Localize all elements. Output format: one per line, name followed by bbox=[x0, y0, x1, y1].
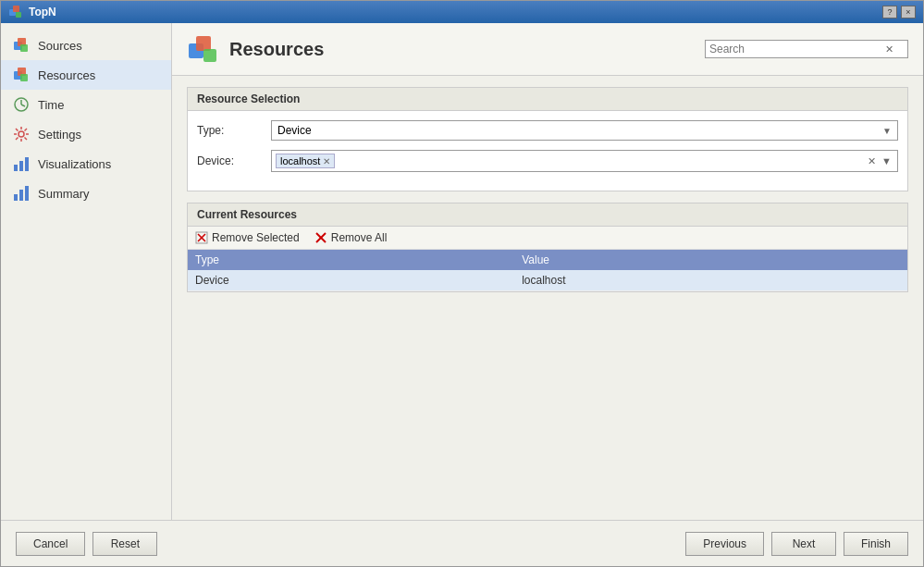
sidebar-item-settings[interactable]: Settings bbox=[1, 119, 171, 149]
tag-input-clear[interactable]: ✕ bbox=[866, 155, 878, 167]
sidebar-item-sources[interactable]: Sources bbox=[1, 31, 171, 60]
remove-selected-icon bbox=[195, 231, 208, 244]
resource-selection-body: Type: Device ▼ Device: bbox=[188, 111, 907, 191]
remove-selected-button[interactable]: Remove Selected bbox=[195, 231, 300, 244]
current-resources-toolbar: Remove Selected Remove All bbox=[188, 227, 907, 250]
type-select-arrow: ▼ bbox=[882, 126, 892, 136]
svg-point-12 bbox=[18, 131, 24, 137]
svg-rect-24 bbox=[14, 194, 18, 201]
device-row: Device: localhost ✕ ✕ ▼ bbox=[197, 150, 898, 172]
device-tag-input[interactable]: localhost ✕ ✕ ▼ bbox=[271, 150, 898, 172]
sidebar-label-time: Time bbox=[38, 98, 64, 112]
sidebar-label-visualizations: Visualizations bbox=[38, 157, 111, 171]
svg-rect-22 bbox=[19, 161, 23, 171]
svg-line-11 bbox=[21, 105, 25, 106]
sidebar-label-resources: Resources bbox=[38, 68, 95, 82]
sources-icon bbox=[12, 36, 31, 55]
content-area: Sources Resources bbox=[1, 23, 923, 520]
sidebar-item-time[interactable]: Time bbox=[1, 90, 171, 119]
main-header: Resources ✕ bbox=[172, 23, 923, 76]
table-row[interactable]: Device localhost bbox=[188, 270, 907, 291]
sidebar-item-summary[interactable]: Summary bbox=[1, 179, 171, 208]
sidebar-label-summary: Summary bbox=[38, 187, 90, 201]
type-select[interactable]: Device ▼ bbox=[271, 120, 898, 141]
device-tag-remove[interactable]: ✕ bbox=[323, 156, 330, 166]
resources-icon bbox=[12, 66, 31, 84]
svg-rect-1 bbox=[13, 6, 19, 12]
current-resources-header: Current Resources bbox=[188, 203, 907, 227]
main-window: TopN ? × Sources bbox=[0, 0, 924, 567]
settings-icon bbox=[12, 125, 31, 143]
table-body: Device localhost bbox=[188, 270, 907, 291]
visualizations-icon bbox=[12, 154, 31, 173]
sidebar-item-resources[interactable]: Resources bbox=[1, 60, 171, 90]
finish-button[interactable]: Finish bbox=[844, 532, 908, 556]
reset-button[interactable]: Reset bbox=[92, 532, 157, 556]
current-resources-section: Current Resources Remove Selected bbox=[187, 203, 908, 292]
row-value: localhost bbox=[514, 270, 907, 291]
main-icon bbox=[187, 32, 220, 66]
close-button[interactable]: × bbox=[901, 6, 916, 18]
time-icon bbox=[12, 95, 31, 114]
svg-rect-5 bbox=[20, 44, 28, 52]
type-label: Type: bbox=[197, 124, 271, 137]
resources-table: Type Value Device localhost bbox=[188, 250, 907, 291]
title-text: TopN bbox=[29, 6, 56, 18]
remove-selected-label: Remove Selected bbox=[212, 231, 300, 244]
device-label: Device: bbox=[197, 154, 271, 167]
previous-button[interactable]: Previous bbox=[685, 532, 764, 556]
svg-rect-8 bbox=[20, 74, 28, 81]
type-row: Type: Device ▼ bbox=[197, 120, 898, 141]
svg-rect-28 bbox=[196, 36, 211, 51]
search-input[interactable] bbox=[709, 43, 885, 55]
resource-selection-section: Resource Selection Type: Device ▼ bbox=[187, 87, 908, 191]
title-bar: TopN ? × bbox=[1, 1, 923, 23]
remove-all-icon bbox=[314, 231, 327, 244]
main-content: Resource Selection Type: Device ▼ bbox=[172, 76, 923, 520]
device-tag: localhost ✕ bbox=[276, 154, 335, 168]
sidebar-label-settings: Settings bbox=[38, 128, 81, 142]
column-value: Value bbox=[514, 250, 907, 270]
svg-rect-21 bbox=[14, 165, 18, 171]
help-button[interactable]: ? bbox=[882, 6, 897, 18]
column-type: Type bbox=[188, 250, 514, 270]
svg-line-19 bbox=[25, 129, 28, 131]
main-panel: Resources ✕ Resource Selection Type: bbox=[172, 23, 923, 520]
svg-rect-2 bbox=[16, 12, 21, 18]
svg-rect-26 bbox=[25, 186, 29, 201]
search-box: ✕ bbox=[705, 40, 908, 58]
sidebar-item-visualizations[interactable]: Visualizations bbox=[1, 149, 171, 179]
search-clear-button[interactable]: ✕ bbox=[885, 43, 893, 55]
svg-line-18 bbox=[25, 138, 28, 141]
footer: Cancel Reset Previous Next Finish bbox=[1, 520, 923, 566]
resource-selection-header: Resource Selection bbox=[188, 88, 907, 111]
cancel-button[interactable]: Cancel bbox=[16, 532, 85, 556]
device-tag-text: localhost bbox=[280, 155, 320, 166]
svg-line-17 bbox=[16, 129, 18, 131]
type-value: Device bbox=[277, 124, 312, 137]
row-type: Device bbox=[188, 270, 514, 291]
svg-rect-29 bbox=[203, 49, 216, 62]
svg-rect-23 bbox=[25, 157, 29, 171]
remove-all-button[interactable]: Remove All bbox=[314, 231, 388, 244]
table-header-row: Type Value bbox=[188, 250, 907, 270]
tag-input-dropdown[interactable]: ▼ bbox=[880, 155, 893, 166]
sidebar-label-sources: Sources bbox=[38, 39, 82, 53]
svg-rect-25 bbox=[19, 190, 23, 201]
remove-all-label: Remove All bbox=[331, 231, 388, 244]
app-icon bbox=[8, 5, 23, 19]
next-button[interactable]: Next bbox=[771, 532, 836, 556]
summary-icon bbox=[12, 184, 31, 203]
main-title: Resources bbox=[229, 39, 324, 60]
svg-line-20 bbox=[16, 138, 18, 141]
sidebar: Sources Resources bbox=[1, 23, 172, 520]
